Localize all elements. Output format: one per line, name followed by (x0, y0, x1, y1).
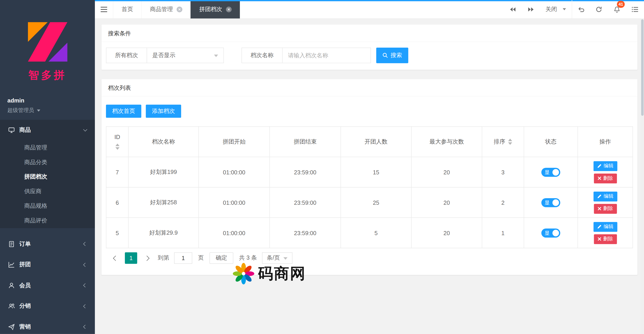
tier-table: ID 档次名称 拼团开始 拼团结束 开团人数 最大参与次数 (106, 126, 633, 248)
forward-tabs-icon[interactable] (522, 0, 540, 18)
cell-open-count: 15 (341, 157, 411, 187)
sidebar-item-distribution[interactable]: 分销 (0, 296, 95, 317)
per-page-value: 条/页 (267, 254, 280, 262)
confirm-page-button[interactable]: 确定 (210, 252, 233, 264)
display-select-value: 是否显示 (152, 52, 175, 59)
cell-id: 7 (106, 157, 128, 187)
column-sort[interactable]: 排序 (482, 126, 524, 157)
sort-icon[interactable] (115, 144, 120, 150)
column-id[interactable]: ID (106, 126, 128, 157)
column-label: 操作 (600, 138, 611, 145)
cell-end: 23:59:00 (270, 218, 341, 248)
sidebar-item-product[interactable]: 商品 (0, 120, 95, 140)
chevron-down-icon (214, 54, 218, 59)
cell-sort: 1 (482, 218, 524, 248)
sidebar-item-label: 营销 (19, 323, 31, 331)
sidebar-item-product-management[interactable]: 商品管理 (0, 141, 95, 155)
cell-open-count: 25 (341, 187, 411, 218)
toggle-label: 显 (544, 200, 550, 205)
toggle-label: 显 (544, 230, 550, 235)
main-area: 首页 商品管理 拼团档次 (95, 0, 644, 334)
tab-label: 商品管理 (150, 5, 173, 13)
chevron-down-icon (37, 109, 40, 113)
delete-button[interactable]: 删除 (594, 234, 616, 244)
delete-label: 删除 (603, 205, 613, 212)
tier-home-button[interactable]: 档次首页 (106, 104, 142, 118)
column-max-times: 最大参与次数 (411, 126, 482, 157)
visibility-toggle[interactable]: 显 (542, 228, 560, 237)
notification-bell-icon[interactable]: 41 (608, 0, 626, 18)
tab-home[interactable]: 首页 (113, 0, 142, 18)
logo: 智多拼 (0, 0, 95, 82)
tab-product-management[interactable]: 商品管理 (141, 0, 190, 18)
edit-button[interactable]: 编辑 (594, 222, 617, 232)
search-button[interactable]: 搜索 (376, 48, 408, 63)
cell-max-times: 20 (411, 157, 482, 187)
close-icon[interactable] (226, 6, 232, 12)
sidebar-item-group-tier[interactable]: 拼团档次 (0, 170, 95, 184)
edit-label: 编辑 (604, 163, 613, 170)
sidebar-item-orders[interactable]: 订单 (0, 234, 95, 254)
search-form: 所有档次 是否显示 档次名称 (102, 42, 638, 70)
sidebar-item-members[interactable]: 会员 (0, 275, 95, 296)
more-list-icon[interactable] (626, 0, 644, 18)
search-button-label: 搜索 (391, 52, 402, 59)
sidebar-item-marketing[interactable]: 营销 (0, 317, 95, 334)
cell-name: 好划算199 (128, 157, 198, 187)
column-label: 拼团开始 (223, 138, 246, 145)
tab-group-tier[interactable]: 拼团档次 (191, 0, 240, 18)
cell-name: 好划算29.9 (128, 218, 198, 248)
user-panel: admin 超级管理员 (0, 82, 95, 114)
search-icon (382, 53, 388, 58)
cell-max-times: 20 (411, 218, 482, 248)
edit-pencil-icon (597, 225, 602, 229)
sidebar-item-product-category[interactable]: 商品分类 (0, 155, 95, 170)
sidebar-item-product-review[interactable]: 商品评价 (0, 213, 95, 228)
toggle-knob (552, 199, 559, 206)
pagination: 1 到第 页 确定 共 3 条 条/页 (106, 252, 633, 264)
watermark: 码商网 (232, 262, 306, 285)
hamburger-menu-icon[interactable] (95, 0, 113, 18)
column-label: 状态 (545, 138, 556, 145)
cell-id: 6 (106, 187, 128, 218)
delete-button[interactable]: 删除 (594, 204, 616, 213)
visibility-toggle[interactable]: 显 (542, 198, 560, 207)
delete-button[interactable]: 删除 (594, 173, 616, 183)
display-select[interactable]: 是否显示 (147, 48, 224, 63)
tier-name-group: 档次名称 (242, 48, 371, 63)
close-icon[interactable] (176, 6, 182, 12)
chevron-left-icon (83, 304, 87, 308)
submenu-label: 供应商 (24, 188, 42, 195)
edit-button[interactable]: 编辑 (594, 161, 617, 171)
cell-actions: 编辑 删除 (578, 218, 633, 248)
vertical-scrollbar[interactable] (641, 18, 644, 334)
add-tier-button[interactable]: 添加档次 (146, 104, 181, 118)
refresh-icon[interactable] (590, 0, 608, 18)
column-label: 排序 (494, 138, 505, 146)
edit-button[interactable]: 编辑 (594, 191, 617, 201)
table-row: 6 好划算258 01:00:00 23:59:00 25 20 2 显 (106, 187, 633, 218)
search-card-title: 搜索条件 (102, 25, 638, 42)
sidebar-item-groupbuy[interactable]: 拼团 (0, 254, 95, 275)
sidebar-item-supplier[interactable]: 供应商 (0, 184, 95, 199)
current-page-button[interactable]: 1 (125, 252, 137, 264)
undo-icon[interactable] (572, 0, 590, 18)
sidebar-item-label: 订单 (19, 240, 31, 248)
per-page-select[interactable]: 条/页 (262, 252, 293, 264)
sort-icon[interactable] (508, 139, 512, 145)
table-row: 7 好划算199 01:00:00 23:59:00 15 20 3 显 (106, 157, 633, 187)
sidebar-item-label: 商品 (19, 126, 31, 134)
visibility-toggle[interactable]: 显 (542, 168, 560, 177)
user-role-dropdown[interactable]: 超级管理员 (8, 107, 95, 114)
submenu-label: 商品分类 (24, 159, 47, 166)
prev-page-button[interactable] (110, 252, 121, 264)
goto-page-input[interactable] (174, 252, 192, 264)
scrollbar-thumb[interactable] (641, 19, 644, 116)
tier-name-input[interactable] (282, 48, 370, 63)
close-tabs-dropdown[interactable]: 关闭 (540, 0, 572, 18)
rewind-tabs-icon[interactable] (504, 0, 522, 18)
sidebar-item-product-spec[interactable]: 商品规格 (0, 199, 95, 213)
monitor-icon (8, 127, 15, 134)
next-page-button[interactable] (141, 252, 152, 264)
chevron-down-icon (563, 8, 566, 12)
